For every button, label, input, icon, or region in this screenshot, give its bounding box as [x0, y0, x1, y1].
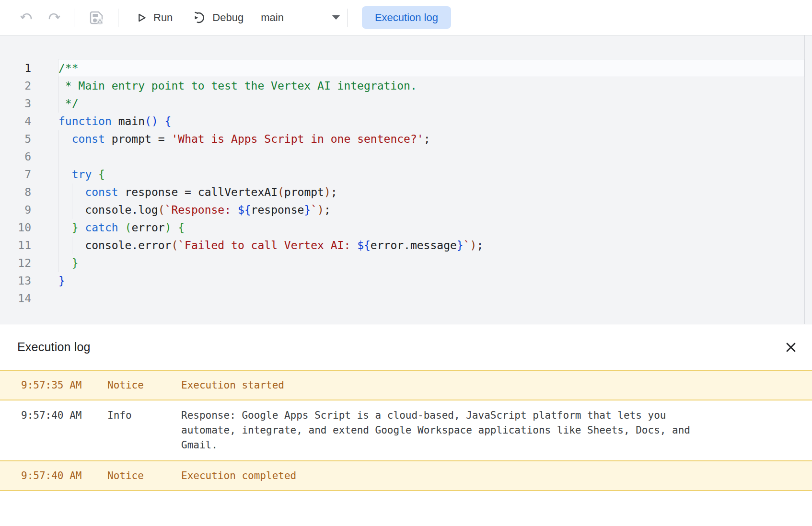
code-token: } — [58, 274, 65, 287]
log-entry: 9:57:40 AMNoticeExecution completed — [0, 460, 812, 491]
code-token: { — [178, 221, 185, 234]
code-token — [58, 221, 72, 234]
line-number[interactable]: 13 — [0, 272, 31, 290]
code-token: */ — [58, 97, 79, 110]
line-number[interactable]: 10 — [0, 219, 31, 237]
line-number[interactable]: 12 — [0, 254, 31, 272]
log-entry: 9:57:35 AMNoticeExecution started — [0, 370, 812, 400]
code-token: ( — [125, 221, 132, 234]
code-token: response = callVertexAI — [118, 186, 278, 198]
code-line[interactable]: } catch (error) { — [58, 219, 483, 237]
code-token: `Response: — [165, 204, 238, 216]
code-token: /** — [58, 62, 79, 74]
code-token: ) — [317, 204, 324, 216]
code-line[interactable]: /** — [58, 59, 483, 77]
log-message: Execution started — [181, 379, 708, 391]
code-token: console.log — [58, 204, 158, 216]
log-severity: Info — [107, 408, 181, 453]
line-number[interactable]: 3 — [0, 95, 31, 113]
code-line[interactable]: const prompt = 'What is Apps Script in o… — [58, 130, 483, 148]
code-token: * Main entry point to test the Vertex AI… — [58, 80, 417, 92]
line-number[interactable]: 14 — [0, 290, 31, 308]
execution-log-header: Execution log — [0, 324, 812, 370]
code-token: ( — [171, 239, 178, 252]
code-token — [118, 221, 125, 234]
code-token: main — [112, 115, 145, 127]
code-token: } — [457, 239, 464, 252]
log-entry: 9:57:40 AMInfoResponse: Google Apps Scri… — [0, 400, 812, 460]
code-token: ; — [331, 186, 337, 198]
execution-log-title: Execution log — [17, 340, 780, 354]
code-line[interactable]: function main() { — [58, 113, 483, 130]
code-line[interactable] — [58, 148, 483, 166]
code-token: try — [72, 168, 92, 181]
dropdown-caret-icon — [332, 15, 340, 20]
code-line[interactable]: const response = callVertexAI(prompt); — [58, 183, 483, 201]
code-line[interactable]: } — [58, 272, 483, 290]
apps-script-editor: Run Debug main Execution log 12345678910… — [0, 0, 812, 491]
redo-icon — [46, 11, 61, 25]
code-line[interactable]: * Main entry point to test the Vertex AI… — [58, 77, 483, 95]
code-token: prompt = — [105, 133, 171, 145]
code-token: ; — [476, 239, 483, 252]
code-line[interactable]: console.log(`Response: ${response}`); — [58, 201, 483, 219]
code-token — [158, 115, 165, 127]
code-line[interactable] — [58, 290, 483, 308]
code-token: } — [72, 221, 79, 234]
undo-icon — [20, 11, 34, 25]
code-token — [58, 186, 85, 198]
close-button[interactable] — [780, 337, 801, 358]
line-number[interactable]: 4 — [0, 113, 31, 130]
log-timestamp: 9:57:40 AM — [21, 408, 107, 453]
play-icon — [135, 11, 148, 24]
code-token: } — [304, 204, 311, 216]
function-selector[interactable]: main — [261, 11, 340, 24]
run-label: Run — [153, 11, 173, 24]
code-token: () — [145, 115, 158, 127]
code-token: ` — [464, 239, 470, 252]
code-token: ; — [424, 133, 430, 145]
undo-button[interactable] — [18, 9, 36, 27]
code-token — [58, 168, 72, 181]
toolbar-divider — [347, 9, 348, 27]
code-token — [58, 133, 72, 145]
overview-ruler-border — [804, 35, 805, 324]
code-token: } — [72, 257, 79, 269]
code-token: `Failed to call Vertex AI: — [178, 239, 357, 252]
code-token — [172, 221, 178, 234]
code-area: /** * Main entry point to test the Verte… — [58, 59, 483, 308]
run-button[interactable]: Run — [135, 11, 173, 24]
log-timestamp: 9:57:40 AM — [21, 469, 107, 482]
line-number[interactable]: 8 — [0, 183, 31, 201]
code-token: { — [98, 168, 105, 181]
code-token: { — [165, 115, 172, 127]
save-button[interactable] — [85, 7, 107, 28]
debug-button[interactable]: Debug — [192, 10, 244, 25]
line-number[interactable]: 11 — [0, 237, 31, 254]
line-number[interactable]: 2 — [0, 77, 31, 95]
line-number[interactable]: 7 — [0, 166, 31, 183]
code-token: 'What is Apps Script in one sentence?' — [171, 133, 423, 145]
execution-log-button[interactable]: Execution log — [362, 6, 451, 29]
code-token: ${ — [238, 204, 251, 216]
log-severity: Notice — [107, 469, 181, 482]
redo-button[interactable] — [45, 9, 63, 27]
code-token: ( — [278, 186, 284, 198]
log-severity: Notice — [107, 379, 181, 391]
line-number[interactable]: 9 — [0, 201, 31, 219]
code-line[interactable]: */ — [58, 95, 483, 113]
code-token: catch — [85, 221, 118, 234]
line-number[interactable]: 1 — [0, 59, 31, 77]
code-token: error — [131, 221, 164, 234]
toolbar-divider — [118, 9, 118, 27]
code-line[interactable]: console.error(`Failed to call Vertex AI:… — [58, 237, 483, 254]
log-timestamp: 9:57:35 AM — [21, 379, 107, 391]
code-line[interactable]: try { — [58, 166, 483, 183]
code-token: ) — [165, 221, 172, 234]
line-number[interactable]: 5 — [0, 130, 31, 148]
code-token: ${ — [357, 239, 371, 252]
code-editor[interactable]: 1234567891011121314 /** * Main entry poi… — [0, 35, 812, 324]
code-token: error.message — [371, 239, 457, 252]
code-line[interactable]: } — [58, 254, 483, 272]
line-number[interactable]: 6 — [0, 148, 31, 166]
